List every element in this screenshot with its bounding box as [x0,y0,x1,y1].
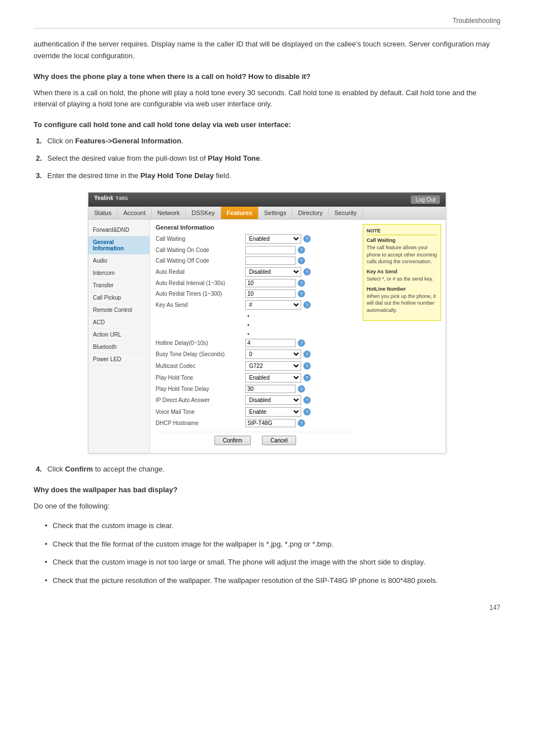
ui-sidebar: Forward&DND GeneralInformation Audio Int… [88,220,150,453]
question1-heading: Why does the phone play a tone when ther… [34,72,500,81]
row-play-hold-tone-delay: Play Hold Tone Delay ? [156,385,355,393]
help-play-hold-tone-delay[interactable]: ? [298,385,305,393]
select-key-as-send[interactable]: #*0 [245,300,301,310]
intro-paragraph: authentication if the server requires. D… [34,39,500,62]
bullet-list: Check that the custom image is clear. Ch… [45,520,500,587]
ui-brand: Yealink T48G [94,195,128,205]
tab-account[interactable]: Account [118,207,152,219]
sidebar-item-audio[interactable]: Audio [88,255,149,267]
sidebar-item-remote-control[interactable]: Remote Control [88,304,149,316]
label-multicast-codec: Multicast Codec [156,363,245,369]
step-4-num: 4. [36,465,42,473]
tab-settings[interactable]: Settings [259,207,293,219]
logout-button[interactable]: Log Out [411,195,440,204]
label-call-waiting-off: Call Waiting Off Code [156,258,245,264]
help-call-waiting-off[interactable]: ? [298,257,305,264]
row-multicast-codec: Multicast Codec G722G711uG711a ? [156,361,355,371]
help-multicast-codec[interactable]: ? [303,362,311,370]
row-call-waiting-off: Call Waiting Off Code ? [156,256,355,265]
help-auto-redial-interval[interactable]: ? [298,279,305,287]
sidebar-item-power-led[interactable]: Power LED [88,353,149,366]
step-2-bold: Play Hold Tone [208,154,260,162]
step-3-bold: Play Hold Tone Delay [140,171,214,180]
input-play-hold-tone-delay[interactable] [245,385,296,393]
help-play-hold-tone[interactable]: ? [303,374,311,381]
bullet-1: Check that the custom image is clear. [45,520,500,532]
row-auto-redial-times: Auto Redial Times (1~300) ? [156,290,355,298]
label-busy-tone-delay: Busy Tone Delay (Seconds) [156,351,245,357]
label-auto-redial: Auto Redial [156,269,245,275]
input-dhcp-hostname[interactable] [245,419,296,427]
select-busy-tone-delay[interactable]: 012 [245,349,301,359]
row-hotline-delay: Hotline Delay(0~10s) ? [156,339,355,347]
help-auto-redial[interactable]: ? [303,268,311,276]
form-buttons: Confirm Cancel [156,432,355,449]
confirm-button[interactable]: Confirm [214,436,251,445]
ctrl-play-hold-tone: EnabledDisabled ? [245,373,355,382]
ctrl-auto-redial: DisabledEnabled ? [245,267,355,277]
label-dhcp-hostname: DHCP Hostname [156,420,245,426]
tab-dsskey[interactable]: DSSKey [186,207,221,219]
ctrl-dhcp-hostname: ? [245,419,355,427]
select-call-waiting[interactable]: EnabledDisabled [245,234,301,244]
sidebar-item-action-url[interactable]: Action URL [88,329,149,341]
ctrl-hotline-delay: ? [245,339,355,347]
help-busy-tone-delay[interactable]: ? [303,351,311,358]
help-key-as-send[interactable]: ? [303,301,311,309]
note-section-key-send: Key As Send Select *, or # as the send k… [367,269,437,283]
input-call-waiting-off[interactable] [245,256,296,265]
ui-header: Yealink T48G Log Out [88,193,446,207]
cancel-button[interactable]: Cancel [262,436,296,445]
ctrl-multicast-codec: G722G711uG711a ? [245,361,355,371]
label-ip-direct: IP Direct Auto Answer [156,397,245,403]
tab-status[interactable]: Status [88,207,118,219]
input-auto-redial-interval[interactable] [245,279,296,287]
yealink-ui-screenshot: Yealink T48G Log Out Status Account Netw… [88,192,446,454]
sidebar-item-forward-dnd[interactable]: Forward&DND [88,224,149,236]
row-play-hold-tone: Play Hold Tone EnabledDisabled ? [156,373,355,382]
ctrl-call-waiting-on: ? [245,246,355,254]
input-auto-redial-times[interactable] [245,290,296,298]
help-auto-redial-times[interactable]: ? [298,290,305,297]
sidebar-item-intercom[interactable]: Intercom [88,267,149,279]
tab-security[interactable]: Security [329,207,363,219]
help-dhcp-hostname[interactable]: ? [298,419,305,427]
help-ip-direct[interactable]: ? [303,396,311,404]
label-call-waiting: Call Waiting [156,236,245,242]
note-key-send-text: Select *, or # as the send key. [367,276,437,283]
ctrl-key-as-send: #*0 ? [245,300,355,310]
sidebar-item-acd[interactable]: ACD [88,316,149,329]
sidebar-item-call-pickup[interactable]: Call Pickup [88,292,149,304]
question2-heading: Why does the wallpaper has bad display? [34,486,500,494]
row-call-waiting-on: Call Waiting On Code ? [156,246,355,254]
steps-list: 1. Click on Features->General Informatio… [34,136,500,181]
step-3-num: 3. [36,171,42,180]
input-hotline-delay[interactable] [245,339,296,347]
ctrl-busy-tone-delay: 012 ? [245,349,355,359]
row-voice-mail-tone: Voice Mail Tone EnableDisable ? [156,407,355,417]
select-play-hold-tone[interactable]: EnabledDisabled [245,373,301,382]
label-voice-mail-tone: Voice Mail Tone [156,409,245,415]
help-call-waiting-on[interactable]: ? [298,246,305,254]
step-1-num: 1. [36,137,42,145]
help-voice-mail-tone[interactable]: ? [303,408,311,416]
help-hotline-delay[interactable]: ? [298,339,305,347]
tab-features[interactable]: Features [221,207,259,219]
select-voice-mail-tone[interactable]: EnableDisable [245,407,301,417]
tab-network[interactable]: Network [152,207,186,219]
question1-body: When there is a call on hold, the phone … [34,87,500,111]
input-call-waiting-on[interactable] [245,246,296,254]
ui-nav: Status Account Network DSSKey Features S… [88,207,446,220]
step-3: 3. Enter the desired time in the Play Ho… [34,170,500,182]
sidebar-item-bluetooth[interactable]: Bluetooth [88,341,149,353]
sidebar-item-general-info[interactable]: GeneralInformation [88,236,149,255]
tab-directory[interactable]: Directory [292,207,329,219]
select-ip-direct[interactable]: DisabledEnabled [245,395,301,405]
select-multicast-codec[interactable]: G722G711uG711a [245,361,301,371]
select-auto-redial[interactable]: DisabledEnabled [245,267,301,277]
row-dhcp-hostname: DHCP Hostname ? [156,419,355,427]
sidebar-item-transfer[interactable]: Transfer [88,279,149,292]
row-ip-direct: IP Direct Auto Answer DisabledEnabled ? [156,395,355,405]
help-call-waiting[interactable]: ? [303,235,311,242]
row-auto-redial: Auto Redial DisabledEnabled ? [156,267,355,277]
